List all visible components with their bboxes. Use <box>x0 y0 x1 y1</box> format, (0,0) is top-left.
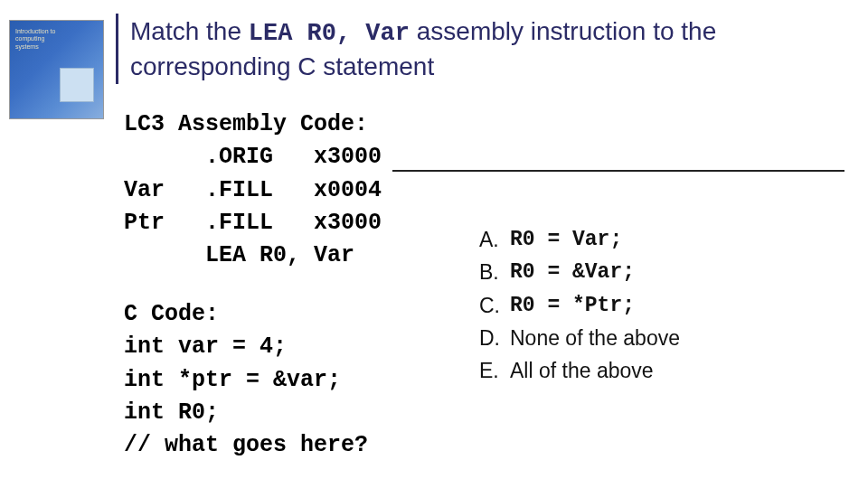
c-line-1: int var = 4; <box>124 333 287 360</box>
book-cover-art <box>60 68 94 102</box>
answer-c-text: R0 = *Ptr; <box>510 289 635 322</box>
textbook-cover-image: Introduction to computing systems <box>9 20 104 119</box>
title-prefix: Match the <box>130 17 249 45</box>
book-title-line2: computing systems <box>15 35 44 49</box>
answer-c-label: C. <box>479 289 510 322</box>
answer-b-label: B. <box>479 256 510 288</box>
title-code: LEA R0, Var <box>249 20 410 47</box>
c-code-block: C Code: int var = 4; int *ptr = &var; in… <box>124 298 368 462</box>
answer-b-text: R0 = &Var; <box>510 256 635 288</box>
assembly-code-block: LC3 Assembly Code: .ORIG x3000 Var .FILL… <box>124 108 382 272</box>
c-header: C Code: <box>124 301 219 327</box>
asm-line-4: LEA R0, Var <box>124 242 354 268</box>
answer-e-text: All of the above <box>510 354 654 387</box>
answer-c: C. R0 = *Ptr; <box>479 289 680 322</box>
horizontal-rule <box>392 170 844 172</box>
answer-a: A. R0 = Var; <box>479 223 680 256</box>
c-line-4: // what goes here? <box>124 432 368 458</box>
asm-line-1: .ORIG x3000 <box>124 144 382 170</box>
book-title: Introduction to computing systems <box>15 28 65 51</box>
title-divider <box>116 14 118 84</box>
c-line-3: int R0; <box>124 399 219 426</box>
asm-line-3: Ptr .FILL x3000 <box>124 210 382 236</box>
answer-a-text: R0 = Var; <box>510 223 622 256</box>
c-line-2: int *ptr = &var; <box>124 367 341 393</box>
asm-header: LC3 Assembly Code: <box>124 111 368 137</box>
answer-d: D. None of the above <box>479 322 680 354</box>
slide-title: Match the LEA R0, Var assembly instructi… <box>130 14 826 84</box>
answer-d-label: D. <box>479 322 510 354</box>
asm-line-2: Var .FILL x0004 <box>124 177 382 203</box>
answer-e-label: E. <box>479 354 510 387</box>
book-title-line1: Introduction to <box>15 28 55 34</box>
answer-b: B. R0 = &Var; <box>479 256 680 288</box>
answer-e: E. All of the above <box>479 354 680 387</box>
answer-choices: A. R0 = Var; B. R0 = &Var; C. R0 = *Ptr;… <box>479 223 680 388</box>
answer-d-text: None of the above <box>510 322 680 354</box>
answer-a-label: A. <box>479 223 510 256</box>
